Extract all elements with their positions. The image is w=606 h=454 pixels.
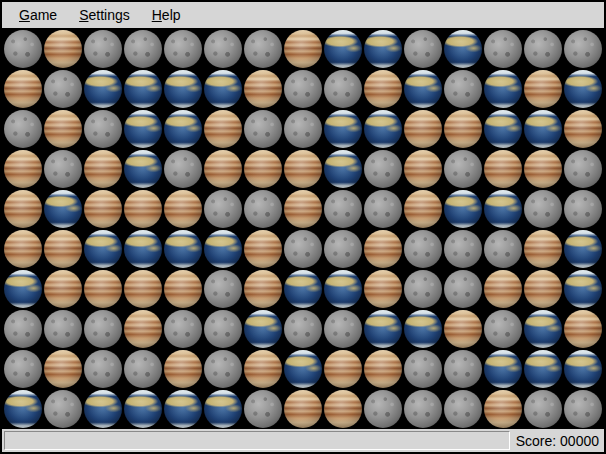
ball-moon[interactable] xyxy=(284,70,322,108)
ball-earth[interactable] xyxy=(444,190,482,228)
ball-jupiter[interactable] xyxy=(44,270,82,308)
ball-jupiter[interactable] xyxy=(164,270,202,308)
ball-moon[interactable] xyxy=(4,350,42,388)
ball-moon[interactable] xyxy=(564,390,602,428)
ball-earth[interactable] xyxy=(164,110,202,148)
ball-jupiter[interactable] xyxy=(244,270,282,308)
ball-earth[interactable] xyxy=(124,230,162,268)
ball-earth[interactable] xyxy=(204,230,242,268)
ball-jupiter[interactable] xyxy=(564,110,602,148)
ball-moon[interactable] xyxy=(404,30,442,68)
ball-earth[interactable] xyxy=(204,70,242,108)
menu-item-help[interactable]: Help xyxy=(141,3,192,27)
ball-jupiter[interactable] xyxy=(84,190,122,228)
ball-jupiter[interactable] xyxy=(44,350,82,388)
ball-earth[interactable] xyxy=(284,270,322,308)
ball-earth[interactable] xyxy=(484,190,522,228)
ball-moon[interactable] xyxy=(164,310,202,348)
ball-earth[interactable] xyxy=(44,190,82,228)
ball-earth[interactable] xyxy=(484,70,522,108)
ball-moon[interactable] xyxy=(164,150,202,188)
ball-moon[interactable] xyxy=(244,30,282,68)
ball-jupiter[interactable] xyxy=(284,150,322,188)
ball-jupiter[interactable] xyxy=(44,30,82,68)
ball-earth[interactable] xyxy=(524,110,562,148)
ball-jupiter[interactable] xyxy=(364,230,402,268)
ball-jupiter[interactable] xyxy=(444,310,482,348)
ball-moon[interactable] xyxy=(204,350,242,388)
ball-earth[interactable] xyxy=(564,350,602,388)
ball-jupiter[interactable] xyxy=(364,70,402,108)
ball-moon[interactable] xyxy=(284,110,322,148)
ball-earth[interactable] xyxy=(324,150,362,188)
ball-jupiter[interactable] xyxy=(284,30,322,68)
ball-moon[interactable] xyxy=(244,390,282,428)
ball-moon[interactable] xyxy=(4,110,42,148)
ball-moon[interactable] xyxy=(44,70,82,108)
ball-earth[interactable] xyxy=(564,270,602,308)
ball-jupiter[interactable] xyxy=(244,350,282,388)
ball-moon[interactable] xyxy=(444,390,482,428)
ball-moon[interactable] xyxy=(124,350,162,388)
ball-earth[interactable] xyxy=(124,70,162,108)
ball-jupiter[interactable] xyxy=(124,270,162,308)
ball-jupiter[interactable] xyxy=(564,310,602,348)
ball-moon[interactable] xyxy=(4,310,42,348)
ball-moon[interactable] xyxy=(404,270,442,308)
ball-earth[interactable] xyxy=(404,70,442,108)
ball-jupiter[interactable] xyxy=(124,190,162,228)
ball-moon[interactable] xyxy=(364,190,402,228)
ball-jupiter[interactable] xyxy=(524,70,562,108)
ball-jupiter[interactable] xyxy=(204,110,242,148)
ball-moon[interactable] xyxy=(124,30,162,68)
ball-jupiter[interactable] xyxy=(44,230,82,268)
ball-jupiter[interactable] xyxy=(244,150,282,188)
ball-earth[interactable] xyxy=(4,390,42,428)
ball-jupiter[interactable] xyxy=(324,390,362,428)
ball-jupiter[interactable] xyxy=(444,110,482,148)
ball-moon[interactable] xyxy=(84,310,122,348)
ball-moon[interactable] xyxy=(444,350,482,388)
ball-jupiter[interactable] xyxy=(324,350,362,388)
ball-moon[interactable] xyxy=(284,230,322,268)
ball-moon[interactable] xyxy=(484,230,522,268)
ball-jupiter[interactable] xyxy=(244,230,282,268)
ball-earth[interactable] xyxy=(244,310,282,348)
ball-moon[interactable] xyxy=(404,230,442,268)
ball-jupiter[interactable] xyxy=(284,390,322,428)
ball-moon[interactable] xyxy=(44,310,82,348)
ball-moon[interactable] xyxy=(4,30,42,68)
ball-earth[interactable] xyxy=(164,230,202,268)
ball-moon[interactable] xyxy=(164,30,202,68)
ball-earth[interactable] xyxy=(564,70,602,108)
ball-moon[interactable] xyxy=(524,390,562,428)
ball-moon[interactable] xyxy=(524,190,562,228)
ball-moon[interactable] xyxy=(44,390,82,428)
ball-moon[interactable] xyxy=(204,30,242,68)
ball-jupiter[interactable] xyxy=(404,110,442,148)
ball-moon[interactable] xyxy=(484,310,522,348)
ball-earth[interactable] xyxy=(164,70,202,108)
ball-moon[interactable] xyxy=(484,30,522,68)
ball-moon[interactable] xyxy=(204,190,242,228)
ball-moon[interactable] xyxy=(404,350,442,388)
ball-moon[interactable] xyxy=(324,70,362,108)
ball-jupiter[interactable] xyxy=(524,150,562,188)
ball-jupiter[interactable] xyxy=(4,230,42,268)
menu-item-game[interactable]: Game xyxy=(8,3,68,27)
ball-moon[interactable] xyxy=(364,150,402,188)
ball-earth[interactable] xyxy=(364,110,402,148)
ball-moon[interactable] xyxy=(44,150,82,188)
ball-moon[interactable] xyxy=(564,190,602,228)
ball-earth[interactable] xyxy=(84,390,122,428)
ball-jupiter[interactable] xyxy=(364,270,402,308)
ball-earth[interactable] xyxy=(124,150,162,188)
ball-jupiter[interactable] xyxy=(244,70,282,108)
ball-earth[interactable] xyxy=(84,230,122,268)
ball-earth[interactable] xyxy=(524,350,562,388)
ball-jupiter[interactable] xyxy=(364,350,402,388)
ball-moon[interactable] xyxy=(84,110,122,148)
ball-moon[interactable] xyxy=(564,30,602,68)
menu-item-settings[interactable]: Settings xyxy=(68,3,141,27)
ball-jupiter[interactable] xyxy=(404,190,442,228)
